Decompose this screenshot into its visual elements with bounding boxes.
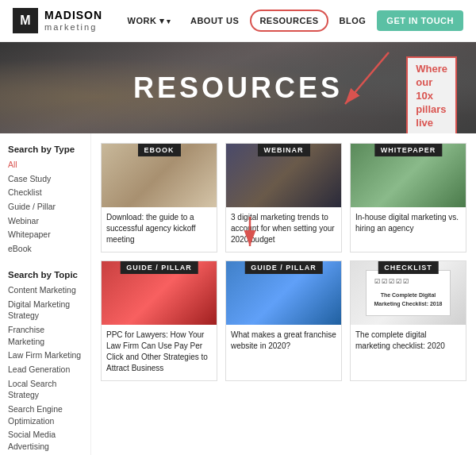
card-guide1[interactable]: GUIDE / PILLAR PPC for Lawyers: How Your…	[101, 260, 217, 381]
annotation-box: Where our10x pillarslive	[406, 56, 457, 133]
card-ebook-text: Download: the guide to a successful agen…	[106, 212, 212, 245]
brand-name: MADISON	[44, 10, 102, 21]
main-layout: Search by Type All Case Study Checklist …	[0, 133, 476, 455]
sidebar-type-title: Search by Type	[8, 145, 83, 154]
card-guide2-text: What makes a great franchise website in …	[231, 330, 336, 352]
sidebar-type-whitepaper[interactable]: Whitepaper	[8, 229, 83, 241]
logo-icon: M	[13, 8, 38, 33]
hero-section: RESOURCES Where our10x pillarslive	[0, 42, 476, 133]
card-guide2-badge: GUIDE / PILLAR	[244, 261, 323, 274]
sidebar-topic-seo[interactable]: Search Engine Optimization	[8, 403, 83, 426]
card-checklist-text: The complete digital marketing checklist…	[355, 330, 461, 352]
sidebar-topic-franchise[interactable]: Franchise Marketing	[8, 324, 83, 347]
card-checklist[interactable]: ☑ ☑ ☑ ☑ ☑ The Complete DigitalMarketing …	[350, 260, 466, 381]
card-grid: EBOOK Download: the guide to a successfu…	[101, 143, 466, 381]
sidebar-topic-local-search[interactable]: Local Search Strategy	[8, 378, 83, 401]
card-webinar-badge: WEBINAR	[258, 144, 310, 156]
card-grid-wrapper: EBOOK Download: the guide to a successfu…	[101, 143, 466, 381]
sidebar-type-all[interactable]: All	[8, 159, 83, 171]
card-checklist-body: The complete digital marketing checklist…	[351, 325, 466, 358]
sidebar-topic-social-media[interactable]: Social Media Advertising	[8, 429, 83, 452]
card-whitepaper-badge: WHITEPAPER	[374, 144, 442, 156]
card-whitepaper-body: In-house digital marketing vs. hiring an…	[351, 207, 466, 241]
nav-links: WORK ▾ ABOUT US RESOURCES BLOG GET IN TO…	[120, 10, 463, 32]
hero-title: RESOURCES	[133, 71, 343, 105]
sidebar: Search by Type All Case Study Checklist …	[0, 133, 91, 455]
card-ebook-badge: EBOOK	[137, 144, 180, 156]
card-guide1-badge: GUIDE / PILLAR	[120, 261, 198, 274]
card-ebook[interactable]: EBOOK Download: the guide to a successfu…	[101, 143, 217, 253]
sidebar-type-webinar[interactable]: Webinar	[8, 215, 83, 227]
sidebar-topic-lead-gen[interactable]: Lead Generation	[8, 364, 83, 376]
logo-text: MADISON marketing	[44, 10, 102, 31]
card-ebook-body: Download: the guide to a successful agen…	[102, 207, 217, 252]
nav-about[interactable]: ABOUT US	[182, 11, 247, 30]
sidebar-type-ebook[interactable]: eBook	[8, 243, 83, 255]
nav-contact[interactable]: GET IN TOUCH	[377, 10, 463, 31]
card-whitepaper[interactable]: WHITEPAPER In-house digital marketing vs…	[350, 143, 466, 253]
sidebar-topic-law-firm[interactable]: Law Firm Marketing	[8, 349, 83, 361]
card-webinar[interactable]: WEBINAR 3 digital marketing trends to ac…	[225, 143, 342, 253]
content-area: EBOOK Download: the guide to a successfu…	[91, 133, 476, 455]
sidebar-type-case-study[interactable]: Case Study	[8, 173, 83, 185]
annotation-arrow	[321, 44, 401, 116]
sidebar-topic-content-marketing[interactable]: Content Marketing	[8, 284, 83, 296]
navbar: M MADISON marketing WORK ▾ ABOUT US RESO…	[0, 0, 476, 42]
card-checklist-badge: CHECKLIST	[378, 261, 439, 274]
sidebar-topic-title: Search by Topic	[8, 270, 83, 280]
sidebar-topic-digital-strategy[interactable]: Digital Marketing Strategy	[8, 299, 83, 322]
card-webinar-text: 3 digital marketing trends to account fo…	[231, 212, 336, 245]
sidebar-type-guide[interactable]: Guide / Pillar	[8, 201, 83, 213]
card-guide2[interactable]: GUIDE / PILLAR What makes a great franch…	[225, 260, 342, 381]
nav-work[interactable]: WORK ▾	[120, 11, 179, 31]
sidebar-type-checklist[interactable]: Checklist	[8, 187, 83, 199]
svg-line-1	[345, 52, 389, 104]
card-webinar-body: 3 digital marketing trends to account fo…	[226, 207, 341, 252]
card-whitepaper-text: In-house digital marketing vs. hiring an…	[355, 212, 461, 234]
card-guide1-text: PPC for Lawyers: How Your Law Firm Can U…	[106, 330, 212, 374]
card-guide2-body: What makes a great franchise website in …	[226, 325, 341, 358]
nav-blog[interactable]: BLOG	[332, 11, 374, 30]
card-guide1-body: PPC for Lawyers: How Your Law Firm Can U…	[102, 325, 217, 380]
logo: M MADISON marketing	[13, 8, 102, 33]
nav-resources[interactable]: RESOURCES	[250, 10, 328, 32]
brand-sub: marketing	[44, 22, 102, 32]
